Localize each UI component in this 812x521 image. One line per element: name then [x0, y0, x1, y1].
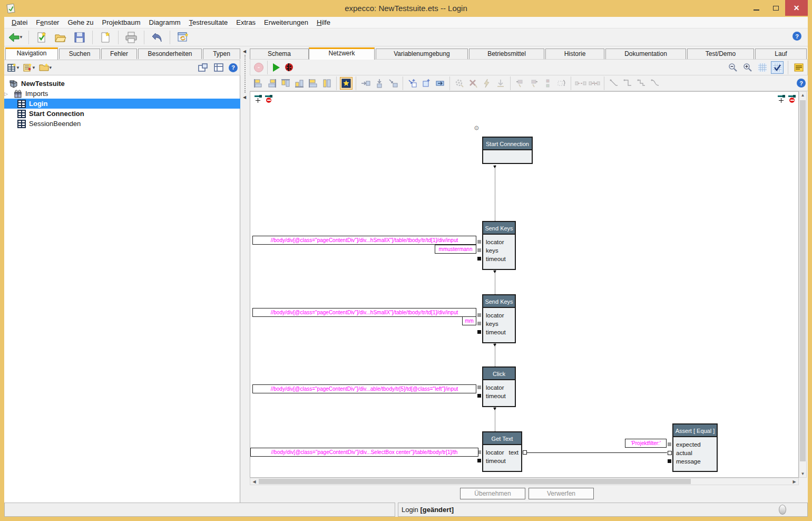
align-right-icon[interactable] [266, 77, 278, 90]
gear-icon[interactable]: ⚙ [474, 124, 480, 132]
value-keys[interactable]: mmustermann [435, 245, 476, 254]
print-button[interactable] [123, 30, 140, 45]
output-pin[interactable] [523, 450, 527, 455]
zoom-out-button[interactable] [727, 61, 739, 74]
new-document-button[interactable] [97, 30, 114, 45]
new-list-menu-button[interactable]: ▼ [22, 61, 37, 74]
input-pin[interactable] [668, 442, 671, 446]
vertical-scrollbar[interactable]: ▲ ▼ [799, 91, 807, 478]
panel-splitter[interactable]: ◀ ◀ [240, 47, 250, 504]
input-pin[interactable] [477, 240, 481, 244]
pin-left-icon[interactable] [514, 77, 526, 90]
line-style-curve-icon[interactable] [649, 77, 661, 90]
tab-dokumentation[interactable]: Dokumentation [605, 49, 686, 59]
maximize-button[interactable] [767, 0, 785, 16]
tree-item-login[interactable]: Login [4, 99, 240, 109]
open-button[interactable] [52, 30, 69, 45]
minimize-button[interactable] [746, 0, 767, 16]
apply-button[interactable]: Übernehmen [460, 488, 525, 499]
scroll-left-icon[interactable]: ◀ [251, 478, 258, 485]
grid-button[interactable] [756, 61, 769, 74]
tab-test-demo[interactable]: Test/Demo [687, 49, 754, 59]
disconnect-icon[interactable] [588, 77, 601, 90]
add-inline-icon[interactable] [434, 77, 446, 90]
value-locator[interactable]: //body/div[@class="pageContentDiv"]/div.… [252, 308, 476, 317]
delete-icon[interactable] [467, 77, 480, 90]
tab-typen[interactable]: Typen [203, 49, 240, 59]
value-locator[interactable]: //body/div[@class="pageContentDiv"]/div.… [252, 384, 476, 393]
menu-projektbaum[interactable]: Projektbaum [98, 17, 145, 28]
collapse-left-icon[interactable]: ◀ [243, 95, 246, 100]
value-locator[interactable]: //body/div[@class="pageContentDiv"]/div.… [250, 448, 478, 457]
compile-icon[interactable] [481, 77, 493, 90]
close-button[interactable]: ✕ [785, 0, 808, 16]
debug-button[interactable] [282, 61, 295, 74]
insert-after-icon[interactable] [373, 77, 386, 90]
dropdown-icon[interactable]: ▼ [32, 65, 36, 70]
node-start-connection[interactable]: Start Connection [482, 137, 533, 164]
pin-rotate-icon[interactable] [555, 77, 568, 90]
reload-window-button[interactable] [174, 30, 191, 45]
input-pin[interactable] [477, 459, 481, 462]
help-icon[interactable]: ? [797, 79, 806, 88]
tree-item-start-connection[interactable]: Start Connection [4, 109, 240, 119]
input-pin[interactable] [477, 313, 481, 317]
dropdown-icon[interactable]: ▼ [16, 65, 20, 70]
value-expected[interactable]: 'Projektfilter:' [625, 439, 667, 448]
grid-snap-button[interactable] [771, 61, 784, 74]
tab-historie[interactable]: Historie [545, 49, 604, 59]
block-connector-icon[interactable] [265, 95, 273, 103]
insert-before-icon[interactable] [359, 77, 372, 90]
configure-icon[interactable] [453, 77, 466, 90]
line-style-direct-icon[interactable] [608, 77, 620, 90]
pin-right-icon[interactable] [527, 77, 540, 90]
breakpoints-disabled-icon[interactable]: - [252, 61, 265, 74]
pin-order-icon[interactable] [541, 77, 554, 90]
zoom-in-button[interactable] [741, 61, 754, 74]
node-send-keys-1[interactable]: Send Keys locator keys timeout [482, 221, 516, 270]
align-bottom-icon[interactable] [293, 77, 306, 90]
accept-button[interactable] [33, 30, 50, 45]
center-vertical-icon[interactable] [320, 77, 333, 90]
menu-extras[interactable]: Extras [232, 17, 260, 28]
report-button[interactable] [793, 61, 805, 74]
align-left-icon[interactable] [252, 77, 265, 90]
expander-icon[interactable]: ▷ [4, 91, 12, 97]
input-pin[interactable] [477, 322, 481, 325]
line-style-ortho-icon[interactable] [621, 77, 634, 90]
menu-datei[interactable]: Datei [7, 17, 32, 28]
discard-button[interactable]: Verwerfen [529, 488, 594, 499]
tab-schema[interactable]: Schema [250, 49, 309, 59]
tab-fehler[interactable]: Fehler [101, 49, 137, 59]
run-button[interactable] [270, 61, 282, 74]
float-view-button[interactable] [197, 61, 209, 74]
back-dropdown-icon[interactable]: ▼ [19, 35, 23, 40]
input-pin[interactable] [477, 257, 481, 260]
menu-gehe-zu[interactable]: Gehe zu [63, 17, 97, 28]
node-click[interactable]: Click locator timeout [482, 366, 516, 407]
node-assert-equal[interactable]: Assert [ Equal ] expected actual message [672, 423, 718, 472]
input-pin[interactable] [668, 459, 671, 463]
node-send-keys-2[interactable]: Send Keys locator keys timeout [482, 294, 516, 343]
value-keys[interactable]: mm [462, 316, 476, 325]
menu-diagramm[interactable]: Diagramm [145, 17, 185, 28]
new-folder-menu-button[interactable]: ▼ [38, 61, 54, 74]
connect-icon[interactable] [574, 77, 587, 90]
value-locator[interactable]: //body/div[@class="pageContentDiv"]/div.… [252, 236, 476, 245]
insert-into-icon[interactable] [387, 77, 399, 90]
tree-item-sessionbeenden[interactable]: SessionBeenden [4, 119, 240, 129]
center-horizontal-icon[interactable] [307, 77, 319, 90]
split-view-button[interactable] [213, 61, 224, 74]
line-style-step-icon[interactable] [635, 77, 648, 90]
edit-mode-button[interactable] [340, 77, 353, 90]
tab-besonderheiten[interactable]: Besonderheiten [138, 49, 202, 59]
tab-variablenumgebung[interactable]: Variablenumgebung [376, 49, 468, 59]
horizontal-scrollbar[interactable]: ◀ ▶ [250, 478, 799, 485]
save-button[interactable] [71, 30, 88, 45]
menu-erweiterungen[interactable]: Erweiterungen [260, 17, 312, 28]
scroll-down-icon[interactable]: ▼ [799, 470, 806, 477]
back-button[interactable]: ▼ [7, 30, 24, 45]
add-step-icon[interactable] [406, 77, 419, 90]
tree-item-newtestsuite[interactable]: NewTestsuite [4, 79, 240, 89]
import-icon[interactable] [494, 77, 507, 90]
